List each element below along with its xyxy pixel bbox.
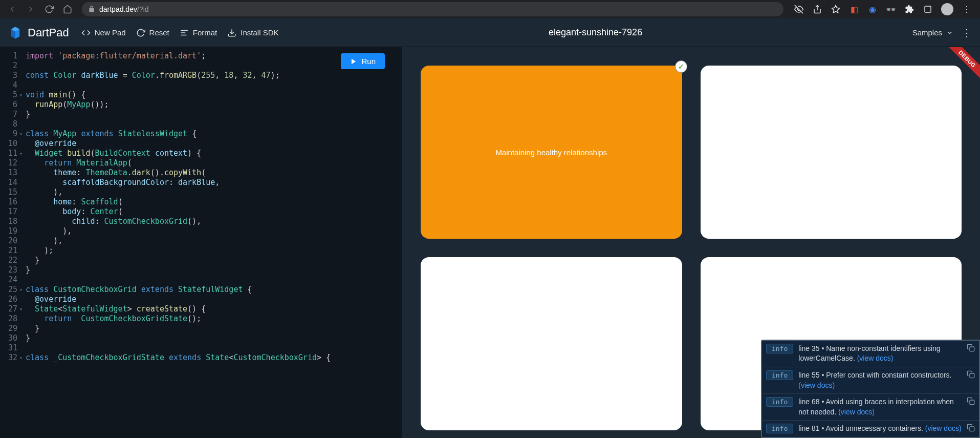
fold-gutter[interactable]: ▾	[19, 129, 26, 139]
code-line[interactable]: 14 scaffoldBackgroundColor: darkBlue,	[0, 178, 402, 187]
code-content[interactable]: void main() {	[26, 90, 85, 100]
issue-docs-link[interactable]: (view docs)	[857, 354, 894, 362]
code-content[interactable]: theme: ThemeData.dark().copyWith(	[26, 168, 206, 178]
code-line[interactable]: 31	[0, 343, 402, 353]
code-line[interactable]: 9▾class MyApp extends StatelessWidget {	[0, 129, 402, 139]
preview-card-3[interactable]	[421, 257, 682, 430]
extension-icon-2[interactable]: ◉	[867, 4, 878, 14]
code-content[interactable]: home: Scaffold(	[26, 197, 123, 207]
code-line[interactable]: 5▾void main() {	[0, 90, 402, 100]
eye-off-icon[interactable]	[794, 4, 804, 14]
fold-gutter[interactable]: ▾	[19, 90, 26, 100]
issue-docs-link[interactable]: (view docs)	[798, 381, 835, 389]
code-content[interactable]: runApp(MyApp());	[26, 100, 109, 110]
code-content[interactable]: class MyApp extends StatelessWidget {	[26, 129, 197, 139]
code-content[interactable]: scaffoldBackgroundColor: darkBlue,	[26, 178, 220, 187]
back-button[interactable]	[4, 1, 20, 17]
code-line[interactable]: 16 home: Scaffold(	[0, 197, 402, 207]
preview-card-2[interactable]	[701, 66, 962, 239]
code-content[interactable]: return _CustomCheckboxGridState();	[26, 314, 201, 324]
copy-icon[interactable]	[967, 397, 975, 405]
code-content[interactable]: );	[26, 246, 53, 256]
home-button[interactable]	[59, 1, 76, 17]
code-content[interactable]: Widget build(BuildContext context) {	[26, 149, 201, 158]
code-line[interactable]: 15 ),	[0, 187, 402, 197]
new-pad-button[interactable]: New Pad	[81, 28, 126, 37]
copy-icon[interactable]	[967, 344, 975, 352]
code-line[interactable]: 20 ),	[0, 236, 402, 246]
more-menu-button[interactable]: ⋮	[962, 27, 972, 39]
preview-card-1[interactable]: ✓ Maintaining healthy relationships	[421, 66, 682, 239]
reload-button[interactable]	[41, 1, 57, 17]
code-content[interactable]: ),	[26, 187, 62, 197]
url-bar[interactable]: dartpad.dev/?id	[82, 2, 783, 16]
code-content[interactable]: import 'package:flutter/material.dart';	[26, 51, 206, 61]
code-line[interactable]: 13 theme: ThemeData.dark().copyWith(	[0, 168, 402, 178]
issue-docs-link[interactable]: (view docs)	[838, 408, 875, 416]
logo[interactable]: DartPad	[8, 26, 69, 40]
code-content[interactable]: State<StatefulWidget> createState() {	[26, 304, 206, 314]
code-line[interactable]: 8	[0, 119, 402, 129]
code-content[interactable]: child: CustomCheckboxGrid(),	[26, 217, 201, 226]
code-line[interactable]: 27▾ State<StatefulWidget> createState() …	[0, 304, 402, 314]
code-content[interactable]: }	[26, 110, 30, 119]
code-line[interactable]: 17 body: Center(	[0, 207, 402, 217]
code-line[interactable]: 12 return MaterialApp(	[0, 158, 402, 168]
code-content[interactable]: @override	[26, 295, 76, 304]
code-content[interactable]: return MaterialApp(	[26, 158, 132, 168]
code-line[interactable]: 23}	[0, 265, 402, 275]
share-icon[interactable]	[812, 4, 822, 14]
code-content[interactable]: const Color darkBlue = Color.fromARGB(25…	[26, 71, 280, 80]
code-content[interactable]: ),	[26, 236, 62, 246]
code-content[interactable]: }	[26, 265, 30, 275]
run-button[interactable]: Run	[341, 53, 385, 69]
code-line[interactable]: 6 runApp(MyApp());	[0, 100, 402, 110]
extension-icon-1[interactable]: ◧	[849, 4, 859, 14]
code-content[interactable]: class _CustomCheckboxGridState extends S…	[26, 353, 331, 363]
code-line[interactable]: 22 }	[0, 256, 402, 265]
format-button[interactable]: Format	[180, 28, 217, 37]
code-line[interactable]: 19 ),	[0, 226, 402, 236]
code-line[interactable]: 24	[0, 275, 402, 285]
fold-gutter[interactable]: ▾	[19, 285, 26, 295]
code-line[interactable]: 28 return _CustomCheckboxGridState();	[0, 314, 402, 324]
code-line[interactable]: 25▾class CustomCheckboxGrid extends Stat…	[0, 285, 402, 295]
install-sdk-button[interactable]: Install SDK	[227, 28, 278, 37]
avatar[interactable]	[941, 3, 953, 15]
window-icon[interactable]	[923, 4, 933, 14]
issue-docs-link[interactable]: (view docs)	[925, 424, 962, 432]
project-title[interactable]: elegant-sunshine-7926	[279, 27, 912, 38]
copy-icon[interactable]	[967, 424, 975, 432]
code-editor[interactable]: 1import 'package:flutter/material.dart';…	[0, 47, 402, 363]
fold-gutter[interactable]: ▾	[19, 304, 26, 314]
code-line[interactable]: 7}	[0, 110, 402, 119]
code-line[interactable]: 21 );	[0, 246, 402, 256]
code-line[interactable]: 10 @override	[0, 139, 402, 149]
reset-button[interactable]: Reset	[136, 28, 169, 37]
copy-icon[interactable]	[967, 370, 975, 379]
editor-scroll[interactable]: 1import 'package:flutter/material.dart';…	[0, 47, 402, 438]
code-content[interactable]: @override	[26, 139, 76, 149]
extension-icon-3[interactable]: 👓	[886, 4, 896, 14]
forward-button[interactable]	[23, 1, 39, 17]
issue-row[interactable]: infoline 81 • Avoid unnecessary containe…	[762, 421, 979, 437]
code-line[interactable]: 29 }	[0, 324, 402, 333]
samples-button[interactable]: Samples	[912, 28, 953, 37]
code-line[interactable]: 30}	[0, 333, 402, 343]
fold-gutter[interactable]: ▾	[19, 353, 26, 363]
issue-row[interactable]: infoline 35 • Name non-constant identifi…	[762, 341, 979, 367]
code-line[interactable]: 26 @override	[0, 295, 402, 304]
extensions-icon[interactable]	[904, 4, 914, 14]
star-icon[interactable]	[831, 4, 841, 14]
fold-gutter[interactable]: ▾	[19, 149, 26, 158]
code-content[interactable]: }	[26, 324, 39, 333]
code-line[interactable]: 4	[0, 80, 402, 90]
code-content[interactable]: }	[26, 333, 30, 343]
issue-row[interactable]: infoline 55 • Prefer const with constant…	[762, 367, 979, 394]
code-line[interactable]: 32▾class _CustomCheckboxGridState extend…	[0, 353, 402, 363]
code-content[interactable]: body: Center(	[26, 207, 123, 217]
code-line[interactable]: 18 child: CustomCheckboxGrid(),	[0, 217, 402, 226]
code-content[interactable]: class CustomCheckboxGrid extends Statefu…	[26, 285, 252, 295]
chrome-more-icon[interactable]: ⋮	[962, 4, 972, 14]
code-content[interactable]: }	[26, 256, 39, 265]
